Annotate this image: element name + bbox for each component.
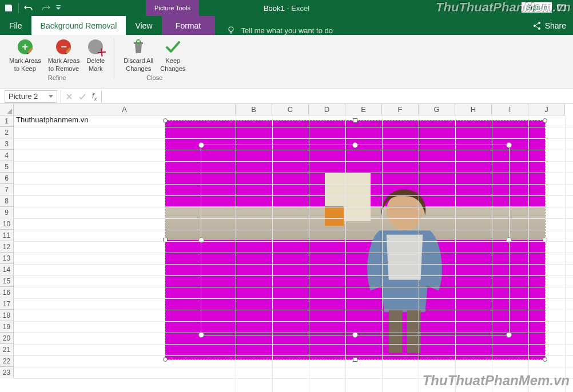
svg-rect-1 bbox=[558, 5, 566, 6]
column-header[interactable]: H bbox=[455, 104, 492, 115]
row-header[interactable]: 18 bbox=[0, 310, 14, 321]
column-header[interactable]: D bbox=[309, 104, 345, 115]
cancel-icon[interactable] bbox=[66, 93, 73, 100]
row-header[interactable]: 14 bbox=[0, 264, 14, 275]
formula-bar-row: Picture 2 fx bbox=[0, 89, 573, 104]
mark-remove-icon: − bbox=[54, 38, 73, 56]
ribbon-group-close: Discard All Changes Keep Changes Close bbox=[118, 37, 191, 89]
mark-areas-to-keep-button[interactable]: + Mark Areas to Keep bbox=[6, 37, 45, 73]
undo-button[interactable] bbox=[20, 0, 37, 16]
resize-handle[interactable] bbox=[163, 118, 168, 123]
enter-icon[interactable] bbox=[78, 93, 86, 100]
row-header[interactable]: 11 bbox=[0, 230, 14, 241]
svg-point-4 bbox=[534, 25, 536, 27]
mark-keep-icon: + bbox=[16, 38, 34, 56]
svg-point-2 bbox=[229, 27, 233, 31]
row-header[interactable]: 16 bbox=[0, 287, 14, 298]
save-button[interactable] bbox=[0, 0, 17, 16]
ribbon-group-label: Close bbox=[146, 73, 162, 83]
row-header[interactable]: 9 bbox=[0, 207, 14, 218]
share-button[interactable]: Share bbox=[532, 16, 566, 35]
contextual-tab-label: Picture Tools bbox=[154, 5, 190, 11]
column-header[interactable]: I bbox=[492, 104, 528, 115]
row-header[interactable]: 6 bbox=[0, 173, 14, 184]
row-header[interactable]: 23 bbox=[0, 367, 14, 378]
select-all-cell[interactable] bbox=[0, 104, 14, 115]
marquee-handle[interactable] bbox=[506, 237, 512, 243]
delete-mark-icon bbox=[86, 38, 105, 56]
tab-format[interactable]: Format bbox=[162, 16, 215, 35]
ribbon-tabs: File Background Removal View Format Tell… bbox=[0, 16, 573, 35]
column-header[interactable]: C bbox=[272, 104, 309, 115]
signin-button[interactable]: Sign in bbox=[521, 2, 552, 13]
row-header[interactable]: 10 bbox=[0, 218, 14, 230]
marquee-handle[interactable] bbox=[352, 142, 358, 148]
keep-changes-icon bbox=[164, 38, 182, 56]
chevron-down-icon bbox=[49, 95, 53, 98]
discard-all-changes-button[interactable]: Discard All Changes bbox=[120, 37, 157, 73]
tab-view[interactable]: View bbox=[126, 16, 161, 35]
resize-handle[interactable] bbox=[353, 357, 357, 362]
column-header[interactable]: J bbox=[528, 104, 565, 115]
marquee-handle[interactable] bbox=[198, 237, 204, 243]
column-header[interactable]: B bbox=[236, 104, 272, 115]
tab-background-removal[interactable]: Background Removal bbox=[31, 16, 126, 35]
signin-area: Sign in bbox=[521, 2, 567, 13]
mark-areas-to-remove-button[interactable]: − Mark Areas to Remove bbox=[45, 37, 83, 73]
row-header[interactable]: 3 bbox=[0, 138, 14, 150]
discard-icon bbox=[129, 38, 148, 56]
name-box[interactable]: Picture 2 bbox=[5, 90, 57, 103]
tell-me-search[interactable]: Tell me what you want to do bbox=[226, 26, 333, 35]
contextual-tab-picture-tools: Picture Tools bbox=[146, 0, 199, 16]
separator bbox=[18, 3, 19, 13]
row-header[interactable]: 5 bbox=[0, 161, 14, 173]
column-header[interactable]: A bbox=[14, 104, 236, 115]
customize-qat-button[interactable] bbox=[54, 0, 62, 16]
cells-grid[interactable]: Thuthuatphanmem.vn bbox=[14, 115, 573, 392]
row-header[interactable]: 1 bbox=[0, 115, 14, 127]
resize-handle[interactable] bbox=[543, 357, 547, 362]
row-header[interactable]: 22 bbox=[0, 355, 14, 367]
svg-rect-7 bbox=[66, 47, 71, 54]
column-header[interactable]: E bbox=[345, 104, 382, 115]
svg-rect-6 bbox=[27, 47, 33, 54]
row-header[interactable]: 21 bbox=[0, 344, 14, 355]
resize-handle[interactable] bbox=[353, 118, 357, 123]
svg-point-3 bbox=[538, 22, 540, 24]
column-header[interactable]: G bbox=[419, 104, 455, 115]
marquee-handle[interactable] bbox=[506, 142, 512, 148]
delete-mark-button[interactable]: Delete Mark bbox=[83, 37, 108, 73]
row-header[interactable]: 4 bbox=[0, 150, 14, 161]
column-header[interactable]: F bbox=[382, 104, 419, 115]
column-headers: ABCDEFGHIJ bbox=[14, 104, 573, 115]
keep-changes-button[interactable]: Keep Changes bbox=[157, 37, 189, 73]
resize-handle[interactable] bbox=[543, 118, 547, 123]
row-header[interactable]: 13 bbox=[0, 253, 14, 264]
ribbon-group-label: Refine bbox=[48, 73, 66, 83]
row-headers: 1234567891011121314151617181920212223 bbox=[0, 115, 14, 378]
picture-object[interactable] bbox=[165, 120, 546, 360]
cell-a1[interactable]: Thuthuatphanmem.vn bbox=[14, 115, 88, 124]
ribbon-display-options-button[interactable] bbox=[556, 2, 567, 13]
ribbon-group-refine: + Mark Areas to Keep − Mark Areas to Rem… bbox=[3, 37, 110, 89]
row-header[interactable]: 8 bbox=[0, 195, 14, 207]
bgremoval-marquee[interactable] bbox=[201, 145, 510, 335]
row-header[interactable]: 15 bbox=[0, 275, 14, 287]
row-header[interactable]: 19 bbox=[0, 321, 14, 333]
row-header[interactable]: 17 bbox=[0, 298, 14, 310]
resize-handle[interactable] bbox=[163, 357, 168, 362]
svg-point-5 bbox=[538, 27, 540, 30]
separator bbox=[114, 38, 114, 78]
tab-file[interactable]: File bbox=[0, 16, 31, 35]
fx-icon[interactable]: fx bbox=[92, 91, 97, 102]
marquee-handle[interactable] bbox=[198, 142, 204, 148]
redo-button[interactable] bbox=[37, 0, 54, 16]
row-header[interactable]: 12 bbox=[0, 241, 14, 253]
worksheet: ABCDEFGHIJ 12345678910111213141516171819… bbox=[0, 104, 573, 392]
title-bar: Picture Tools Book1 - Excel ThuThuatPhan… bbox=[0, 0, 573, 16]
formula-bar[interactable] bbox=[105, 90, 568, 103]
row-header[interactable]: 7 bbox=[0, 184, 14, 195]
row-header[interactable]: 20 bbox=[0, 333, 14, 344]
window-title: Book1 - Excel bbox=[264, 4, 309, 13]
row-header[interactable]: 2 bbox=[0, 127, 14, 138]
